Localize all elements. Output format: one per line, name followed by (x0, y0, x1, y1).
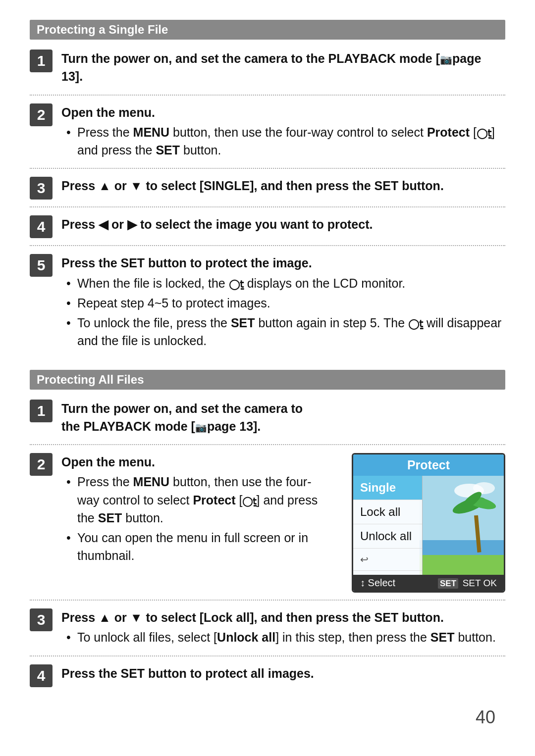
section1-header: Protecting a Single File (30, 20, 505, 40)
s2-step2-title: Open the menu. (61, 453, 332, 471)
step2-bullets: Press the MENU button, then use the four… (61, 123, 505, 159)
menu-back-label: ↩ (360, 554, 369, 565)
s2-step1-number: 1 (30, 400, 53, 422)
camera-ui-menu: Single Lock all Unlock all ↩ (353, 476, 423, 575)
step5-bullet2: Repeat step 4~5 to protect images. (66, 294, 505, 312)
step4-text: Press ◀ or ▶ to select the image you wan… (61, 215, 505, 233)
camera-ui-mockup: Protect (352, 453, 505, 593)
section2-title: Protecting All Files (37, 373, 144, 386)
svg-point-2 (473, 482, 495, 494)
menu-item-unlockall: Unlock all (353, 524, 422, 549)
step2-bullet1: Press the MENU button, then use the four… (66, 123, 505, 159)
section2-step1: 1 Turn the power on, and set the camera … (30, 399, 505, 438)
step5-bullets: When the file is locked, the ◯ṯ displays… (61, 274, 505, 350)
s2-step2-number: 2 (30, 453, 53, 476)
camera-footer-ok: SET SET OK (438, 577, 497, 589)
section1-step1: 1 Turn the power on, and set the camera … (30, 49, 505, 88)
step3-text: Press ▲ or ▼ to select [SINGLE], and the… (61, 177, 505, 195)
menu-unlockall-label: Unlock all (360, 529, 412, 543)
page-number: 40 (30, 707, 505, 728)
step2-number: 2 (30, 103, 53, 126)
step3-number: 3 (30, 177, 53, 200)
menu-lockall-label: Lock all (360, 505, 400, 518)
menu-item-lockall: Lock all (353, 500, 422, 524)
camera-ui-body: Single Lock all Unlock all ↩ (353, 476, 504, 575)
section1-step2: 2 Open the menu. Press the MENU button, … (30, 102, 505, 161)
section2-step4: 4 Press the SET button to protect all im… (30, 663, 505, 687)
s2-step2-content: Open the menu. Press the MENU button, th… (61, 452, 505, 593)
s2-step1-text: Turn the power on, and set the camera to… (61, 400, 505, 436)
step4-number: 4 (30, 215, 53, 238)
svg-rect-3 (420, 553, 504, 575)
camera-bg (420, 476, 504, 575)
s2-step2-columns: Open the menu. Press the MENU button, th… (61, 453, 505, 593)
section2-step2: 2 Open the menu. Press the MENU button, … (30, 452, 505, 593)
s2-step4-text: Press the SET button to protect all imag… (61, 664, 505, 682)
step5-title: Press the SET button to protect the imag… (61, 254, 505, 272)
step3-content: Press ▲ or ▼ to select [SINGLE], and the… (61, 176, 505, 197)
menu-item-single: Single (353, 476, 422, 500)
divider (30, 206, 505, 207)
menu-item-back: ↩ (353, 549, 422, 571)
step1-content: Turn the power on, and set the camera to… (61, 49, 505, 88)
divider (30, 95, 505, 96)
divider (30, 444, 505, 445)
camera-footer-select-text: ↕ Select (360, 577, 395, 588)
step5-number: 5 (30, 254, 53, 277)
divider (30, 600, 505, 601)
s2-step2-left: Open the menu. Press the MENU button, th… (61, 453, 332, 567)
camera-footer-ok-text: SET OK (463, 578, 497, 588)
divider (30, 245, 505, 246)
s2-step2-bullets: Press the MENU button, then use the four… (61, 473, 332, 564)
camera-bg-svg (420, 476, 504, 575)
divider (30, 655, 505, 656)
section2-header: Protecting All Files (30, 370, 505, 390)
camera-ui-title-text: Protect (407, 458, 450, 472)
camera-footer-select: ↕ Select (360, 577, 395, 589)
divider (30, 168, 505, 169)
step5-bullet1: When the file is locked, the ◯ṯ displays… (66, 274, 505, 292)
svg-rect-4 (420, 540, 504, 555)
page-number-text: 40 (476, 707, 495, 727)
s2-step2-bullet1: Press the MENU button, then use the four… (66, 473, 332, 527)
s2-step1-content: Turn the power on, and set the camera to… (61, 399, 505, 438)
section2: Protecting All Files 1 Turn the power on… (30, 370, 505, 687)
camera-ui-footer: ↕ Select SET SET OK (353, 575, 504, 591)
s2-step2-bullet2: You can open the menu in full screen or … (66, 529, 332, 565)
step5-content: Press the SET button to protect the imag… (61, 253, 505, 352)
step5-bullet3: To unlock the file, press the SET button… (66, 314, 505, 350)
section1-step4: 4 Press ◀ or ▶ to select the image you w… (30, 214, 505, 238)
s2-step4-content: Press the SET button to protect all imag… (61, 663, 505, 684)
section1-step5: 5 Press the SET button to protect the im… (30, 253, 505, 352)
step4-content: Press ◀ or ▶ to select the image you wan… (61, 214, 505, 235)
s2-step3-bullet1: To unlock all files, select [Unlock all]… (66, 628, 505, 646)
section2-step3: 3 Press ▲ or ▼ to select [Lock all], and… (30, 607, 505, 649)
step2-content: Open the menu. Press the MENU button, th… (61, 102, 505, 161)
menu-single-label: Single (360, 481, 396, 494)
step1-number: 1 (30, 50, 53, 72)
s2-step3-content: Press ▲ or ▼ to select [Lock all], and t… (61, 607, 505, 649)
section1-step3: 3 Press ▲ or ▼ to select [SINGLE], and t… (30, 176, 505, 200)
s2-step4-number: 4 (30, 664, 53, 687)
section1: Protecting a Single File 1 Turn the powe… (30, 20, 505, 352)
s2-step3-bullets: To unlock all files, select [Unlock all]… (61, 628, 505, 646)
step2-title: Open the menu. (61, 103, 505, 121)
step1-text: Turn the power on, and set the camera to… (61, 50, 505, 86)
s2-step3-text: Press ▲ or ▼ to select [Lock all], and t… (61, 608, 505, 626)
camera-ui-title: Protect (353, 454, 504, 476)
section1-title: Protecting a Single File (37, 23, 168, 36)
s2-step3-number: 3 (30, 608, 53, 631)
